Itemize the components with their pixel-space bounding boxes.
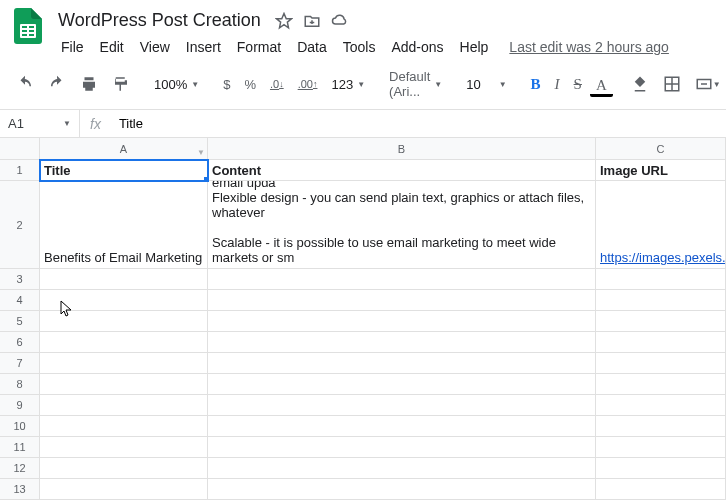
cell[interactable] [208, 290, 596, 311]
cell-a1[interactable]: Title [40, 160, 208, 181]
menu-tools[interactable]: Tools [336, 35, 383, 59]
cell[interactable] [208, 479, 596, 500]
row-header[interactable]: 8 [0, 374, 40, 395]
cell[interactable] [208, 416, 596, 437]
dec-decrease-button[interactable]: .0↓ [264, 73, 290, 95]
percent-button[interactable]: % [238, 72, 262, 97]
cell[interactable] [40, 311, 208, 332]
formula-bar[interactable] [111, 116, 726, 131]
cell[interactable] [596, 353, 726, 374]
cell[interactable] [40, 332, 208, 353]
cell[interactable] [208, 395, 596, 416]
undo-button[interactable] [10, 70, 40, 98]
row-header[interactable]: 6 [0, 332, 40, 353]
cell-c1[interactable]: Image URL [596, 160, 726, 181]
svg-rect-2 [29, 26, 34, 28]
cell[interactable] [596, 374, 726, 395]
cell[interactable] [596, 332, 726, 353]
cell-b2[interactable]: Cost-effective – email marketing costs c… [208, 181, 596, 269]
print-button[interactable] [74, 70, 104, 98]
move-icon[interactable] [303, 12, 321, 30]
svg-rect-1 [22, 26, 27, 28]
row-header[interactable]: 9 [0, 395, 40, 416]
cell[interactable] [208, 332, 596, 353]
row-header[interactable]: 10 [0, 416, 40, 437]
name-box[interactable]: A1▼ [0, 110, 80, 137]
dec-increase-button[interactable]: .00↑ [292, 73, 324, 95]
cell[interactable] [40, 269, 208, 290]
svg-rect-6 [29, 34, 34, 36]
cell[interactable] [596, 269, 726, 290]
select-all-corner[interactable] [0, 138, 40, 160]
cloud-icon[interactable] [331, 12, 349, 30]
row-header[interactable]: 7 [0, 353, 40, 374]
cell[interactable] [40, 290, 208, 311]
svg-rect-4 [29, 30, 34, 32]
fill-color-button[interactable] [625, 70, 655, 98]
paint-format-button[interactable] [106, 70, 136, 98]
font-size-select[interactable]: 10▼ [460, 73, 512, 96]
menu-format[interactable]: Format [230, 35, 288, 59]
menu-view[interactable]: View [133, 35, 177, 59]
row-header-1[interactable]: 1 [0, 160, 40, 181]
cell[interactable] [208, 374, 596, 395]
svg-rect-3 [22, 30, 27, 32]
menu-edit[interactable]: Edit [93, 35, 131, 59]
bold-button[interactable]: B [525, 71, 547, 98]
cell[interactable] [596, 290, 726, 311]
cell[interactable] [40, 395, 208, 416]
menu-help[interactable]: Help [453, 35, 496, 59]
cell[interactable] [596, 437, 726, 458]
cell-a2[interactable]: Benefits of Email Marketing [40, 181, 208, 269]
currency-button[interactable]: $ [217, 72, 236, 97]
cell[interactable] [208, 437, 596, 458]
svg-rect-5 [22, 34, 27, 36]
cell-c2[interactable]: https://images.pexels.con [596, 181, 726, 269]
row-header[interactable]: 3 [0, 269, 40, 290]
borders-button[interactable] [657, 70, 687, 98]
menu-insert[interactable]: Insert [179, 35, 228, 59]
cell[interactable] [208, 269, 596, 290]
col-header-c[interactable]: C [596, 138, 726, 160]
cell[interactable] [40, 374, 208, 395]
cell[interactable] [596, 395, 726, 416]
sheets-logo[interactable] [10, 8, 46, 44]
cell[interactable] [596, 458, 726, 479]
strike-button[interactable]: S [568, 71, 588, 98]
cell[interactable] [40, 416, 208, 437]
cell[interactable] [40, 353, 208, 374]
menu-file[interactable]: File [54, 35, 91, 59]
font-select[interactable]: Default (Ari...▼ [383, 65, 448, 103]
text-color-button[interactable]: A [590, 72, 613, 97]
col-header-a[interactable]: A▼ [40, 138, 208, 160]
cell[interactable] [40, 479, 208, 500]
last-edit-link[interactable]: Last edit was 2 hours ago [509, 39, 669, 55]
col-header-b[interactable]: B [208, 138, 596, 160]
row-header[interactable]: 13 [0, 479, 40, 500]
menu-addons[interactable]: Add-ons [384, 35, 450, 59]
row-header[interactable]: 5 [0, 311, 40, 332]
row-header[interactable]: 11 [0, 437, 40, 458]
zoom-select[interactable]: 100%▼ [148, 73, 205, 96]
cell[interactable] [208, 458, 596, 479]
fx-label: fx [80, 116, 111, 132]
star-icon[interactable] [275, 12, 293, 30]
cell[interactable] [208, 353, 596, 374]
cell[interactable] [596, 416, 726, 437]
cell[interactable] [596, 311, 726, 332]
row-header[interactable]: 4 [0, 290, 40, 311]
cell-b1[interactable]: Content [208, 160, 596, 181]
row-header[interactable]: 12 [0, 458, 40, 479]
menu-data[interactable]: Data [290, 35, 334, 59]
document-title[interactable]: WordPress Post Creation [54, 8, 265, 33]
cell[interactable] [40, 437, 208, 458]
redo-button[interactable] [42, 70, 72, 98]
merge-button[interactable]: ▼ [689, 70, 726, 98]
cell[interactable] [596, 479, 726, 500]
cell[interactable] [208, 311, 596, 332]
italic-button[interactable]: I [549, 71, 566, 98]
number-format-select[interactable]: 123▼ [325, 73, 371, 96]
cell[interactable] [40, 458, 208, 479]
row-header-2[interactable]: 2 [0, 181, 40, 269]
